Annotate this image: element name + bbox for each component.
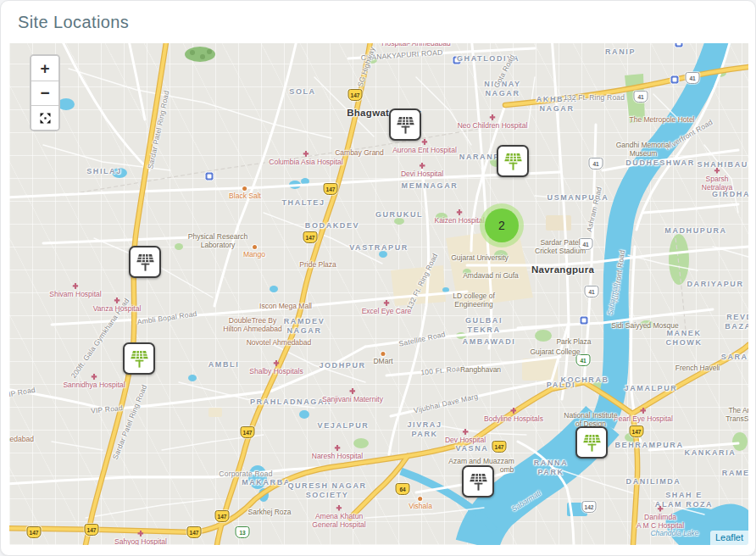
map-markers-layer: 2 (9, 43, 748, 545)
site-marker-dark[interactable] (129, 246, 161, 278)
leaflet-attribution-link[interactable]: Leaflet (715, 532, 743, 542)
fullscreen-icon (39, 112, 52, 125)
site-marker-dark[interactable] (389, 108, 421, 141)
solar-panel-icon (467, 470, 490, 493)
site-marker-green[interactable] (497, 145, 529, 177)
site-marker-green[interactable] (123, 342, 155, 375)
map-attribution: Leaflet (710, 531, 748, 545)
site-locations-card: Site Locations (0, 0, 756, 556)
fullscreen-button[interactable] (31, 105, 58, 130)
marker-cluster[interactable]: 2 (480, 203, 524, 247)
map-canvas[interactable]: 1471471471471471471471471471476441414141… (9, 43, 748, 545)
solar-panel-icon (394, 114, 417, 136)
zoom-out-button[interactable]: − (31, 81, 58, 105)
site-marker-dark[interactable] (462, 465, 494, 498)
solar-panel-icon (128, 348, 151, 370)
map-zoom-control: + − (30, 54, 60, 131)
marker-cluster-count: 2 (485, 208, 519, 242)
solar-panel-icon (502, 150, 525, 173)
solar-panel-icon (134, 251, 157, 274)
solar-panel-icon (581, 431, 603, 454)
zoom-in-button[interactable]: + (31, 56, 58, 81)
site-marker-green[interactable] (575, 426, 608, 459)
page-title: Site Locations (18, 13, 129, 32)
